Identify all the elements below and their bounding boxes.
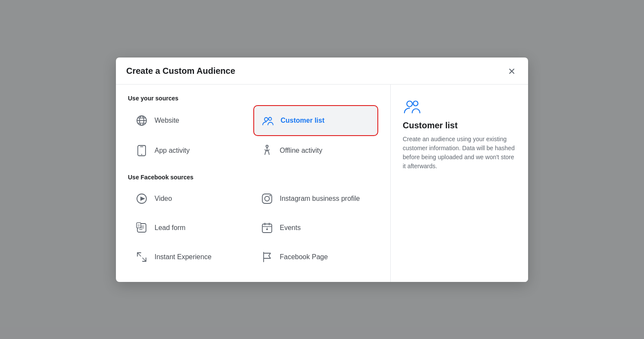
modal: Create a Custom Audience Use your source…	[116, 58, 528, 282]
option-offline-activity[interactable]: Offline activity	[253, 136, 379, 165]
svg-point-2	[264, 118, 268, 121]
option-customer-list[interactable]: Customer list	[253, 105, 379, 136]
svg-point-3	[268, 117, 271, 120]
option-events[interactable]: Events	[253, 213, 379, 242]
option-app-activity-label: App activity	[155, 147, 190, 154]
option-facebook-page[interactable]: Facebook Page	[253, 242, 379, 272]
svg-point-11	[269, 195, 270, 196]
globe-icon	[135, 114, 149, 127]
svg-point-6	[266, 145, 268, 147]
events-icon	[260, 221, 274, 235]
expand-icon	[135, 250, 149, 264]
option-customer-list-label: Customer list	[281, 117, 325, 124]
instagram-icon	[260, 192, 274, 206]
play-icon	[135, 192, 149, 206]
svg-marker-15	[266, 228, 268, 230]
option-video-label: Video	[155, 195, 172, 203]
modal-header: Create a Custom Audience	[116, 58, 528, 85]
your-sources-grid: Website Customer list	[128, 105, 378, 165]
preview-description: Create an audience using your existing c…	[403, 135, 516, 171]
option-instagram-label: Instagram business profile	[280, 195, 360, 203]
svg-point-5	[141, 154, 142, 154]
svg-point-16	[407, 101, 413, 106]
option-website[interactable]: Website	[128, 105, 253, 136]
preview-icon	[403, 97, 516, 115]
option-events-label: Events	[280, 224, 301, 232]
walk-icon	[260, 144, 274, 157]
form-icon	[135, 221, 149, 235]
left-panel: Use your sources Website	[116, 85, 391, 282]
preview-title: Customer list	[403, 121, 516, 130]
close-icon	[507, 67, 516, 76]
option-facebook-page-label: Facebook Page	[280, 253, 328, 261]
people-icon-option	[261, 114, 275, 127]
option-app-activity[interactable]: App activity	[128, 136, 253, 165]
option-instant-experience-label: Instant Experience	[155, 253, 212, 261]
modal-body: Use your sources Website	[116, 85, 528, 282]
facebook-sources-grid: Video Instagram business profile	[128, 184, 378, 272]
section-divider	[128, 165, 378, 174]
option-lead-form[interactable]: Lead form	[128, 213, 253, 242]
svg-rect-13	[137, 223, 141, 228]
flag-icon	[260, 250, 274, 264]
mobile-icon	[135, 144, 149, 157]
option-instant-experience[interactable]: Instant Experience	[128, 242, 253, 272]
close-button[interactable]	[506, 65, 518, 77]
right-panel: Customer list Create an audience using y…	[391, 85, 528, 282]
svg-marker-8	[140, 197, 145, 201]
option-offline-activity-label: Offline activity	[280, 147, 322, 154]
modal-overlay: Create a Custom Audience Use your source…	[0, 0, 644, 339]
option-lead-form-label: Lead form	[155, 224, 185, 232]
modal-title: Create a Custom Audience	[126, 66, 235, 76]
option-video[interactable]: Video	[128, 184, 253, 213]
section-your-sources-label: Use your sources	[128, 95, 378, 102]
section-facebook-sources-label: Use Facebook sources	[128, 174, 378, 181]
option-instagram-business[interactable]: Instagram business profile	[253, 184, 379, 213]
option-website-label: Website	[155, 117, 179, 124]
svg-point-10	[264, 196, 269, 201]
svg-point-17	[413, 101, 418, 106]
